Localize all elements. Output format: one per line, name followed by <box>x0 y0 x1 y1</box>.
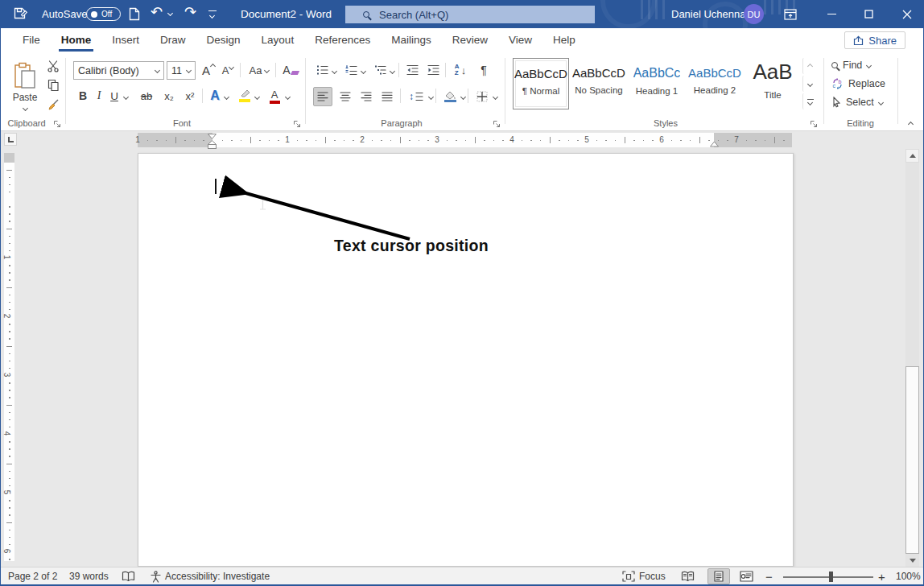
scrollbar-up-button[interactable] <box>905 149 919 163</box>
collapse-ribbon-icon[interactable] <box>908 122 914 127</box>
zoom-slider-track[interactable] <box>783 576 873 578</box>
shrink-font-button[interactable]: A <box>219 61 237 79</box>
numbering-dropdown-icon[interactable] <box>361 68 366 74</box>
styles-gallery-more-button[interactable] <box>802 93 817 109</box>
read-mode-button[interactable] <box>681 567 695 585</box>
align-left-button[interactable] <box>313 87 332 106</box>
underline-button[interactable]: U <box>107 87 122 105</box>
sort-button[interactable]: A Z ↓ <box>450 61 471 79</box>
word-count[interactable]: 39 words <box>69 567 109 585</box>
multilevel-dropdown-icon[interactable] <box>390 68 395 74</box>
shading-button[interactable] <box>440 87 460 106</box>
minimize-button[interactable] <box>814 0 850 28</box>
strikethrough-button[interactable]: ab <box>136 87 157 105</box>
format-painter-button[interactable] <box>44 97 62 113</box>
font-color-button[interactable]: A <box>266 87 283 105</box>
show-hide-pilcrow-button[interactable]: ¶ <box>476 61 492 79</box>
increase-indent-button[interactable] <box>424 61 442 79</box>
save-icon[interactable] <box>13 6 27 21</box>
avatar[interactable]: DU <box>744 4 764 24</box>
subscript-button[interactable]: x₂ <box>160 87 178 105</box>
borders-button[interactable] <box>472 87 492 106</box>
clear-formatting-button[interactable]: A <box>280 61 301 79</box>
tab-review[interactable]: Review <box>442 28 498 52</box>
more-commands-chevron-icon[interactable] <box>209 13 215 19</box>
font-dialog-launcher[interactable] <box>292 119 302 129</box>
redo-icon[interactable]: ↷ <box>184 3 196 21</box>
align-center-button[interactable] <box>336 87 355 106</box>
justify-button[interactable] <box>377 87 397 106</box>
document-page[interactable]: Text cursor position <box>138 153 794 567</box>
grow-font-button[interactable]: A <box>200 61 217 79</box>
new-document-icon[interactable] <box>129 7 140 21</box>
multilevel-list-button[interactable] <box>371 61 389 79</box>
accessibility-button[interactable]: Accessibility: Investigate <box>151 567 270 585</box>
vertical-scrollbar-thumb[interactable] <box>905 366 919 554</box>
maximize-button[interactable] <box>851 0 887 28</box>
zoom-level[interactable]: 100% <box>896 567 921 585</box>
tab-draw[interactable]: Draw <box>150 28 196 52</box>
style-card-heading2[interactable]: AaBbCcD Heading 2 <box>687 58 743 109</box>
proofing-status-button[interactable] <box>122 567 135 585</box>
right-indent-marker[interactable] <box>709 141 720 147</box>
tab-insert[interactable]: Insert <box>101 28 150 52</box>
tab-file[interactable]: File <box>12 28 51 52</box>
web-layout-button[interactable] <box>740 567 753 585</box>
style-card-heading1[interactable]: AaBbCc Heading 1 <box>629 58 685 109</box>
focus-button[interactable]: Focus <box>622 567 666 585</box>
highlight-button[interactable] <box>236 87 254 105</box>
align-right-button[interactable] <box>357 87 376 106</box>
undo-icon[interactable]: ↶ <box>151 3 163 21</box>
underline-dropdown-icon[interactable] <box>123 94 129 100</box>
select-button[interactable]: Select <box>831 95 883 109</box>
search-input[interactable]: Search (Alt+Q) <box>345 6 595 23</box>
find-button[interactable]: Find <box>831 58 871 72</box>
tab-home[interactable]: Home <box>51 28 102 52</box>
tab-help[interactable]: Help <box>542 28 586 52</box>
paragraph-dialog-launcher[interactable] <box>492 119 501 129</box>
print-layout-button[interactable] <box>707 568 730 584</box>
undo-dropdown-icon[interactable] <box>167 10 173 16</box>
styles-scroll-down-button[interactable] <box>802 76 817 92</box>
style-card-no-spacing[interactable]: AaBbCcDc No Spacing <box>571 58 627 109</box>
vertical-ruler[interactable]: 123456 <box>3 153 15 563</box>
replace-button[interactable]: b c Replace <box>831 76 885 91</box>
clipboard-dialog-launcher[interactable] <box>52 119 62 129</box>
font-size-combo[interactable]: 11 <box>167 61 196 80</box>
tab-layout[interactable]: Layout <box>251 28 305 52</box>
styles-dialog-launcher[interactable] <box>809 119 819 129</box>
copy-button[interactable] <box>44 77 62 93</box>
scrollbar-down-button[interactable] <box>905 554 919 567</box>
italic-button[interactable]: I <box>93 87 105 105</box>
line-spacing-button[interactable]: ↕ <box>405 87 427 106</box>
more-commands-icon[interactable] <box>208 10 217 11</box>
close-button[interactable] <box>889 0 924 28</box>
share-button[interactable]: Share <box>844 31 905 49</box>
style-card-title[interactable]: AaB Title <box>745 58 801 109</box>
tab-view[interactable]: View <box>498 28 542 52</box>
numbering-button[interactable] <box>342 61 360 79</box>
tab-design[interactable]: Design <box>196 28 251 52</box>
cut-button[interactable] <box>44 58 62 74</box>
indent-markers[interactable] <box>207 133 217 151</box>
highlight-dropdown-icon[interactable] <box>254 94 260 100</box>
zoom-slider-thumb[interactable] <box>829 572 833 582</box>
borders-dropdown-icon[interactable] <box>493 94 498 100</box>
bullets-button[interactable] <box>313 61 331 79</box>
change-case-button[interactable]: Aa <box>245 61 274 79</box>
ribbon-display-options-button[interactable] <box>772 0 808 28</box>
page-indicator[interactable]: Page 2 of 2 <box>8 567 57 585</box>
bold-button[interactable]: B <box>75 87 91 105</box>
horizontal-ruler[interactable]: 11234567 <box>1 133 923 147</box>
bullets-dropdown-icon[interactable] <box>332 68 337 74</box>
tab-mailings[interactable]: Mailings <box>381 28 442 52</box>
text-effects-dropdown-icon[interactable] <box>224 94 229 100</box>
tab-references[interactable]: References <box>304 28 381 52</box>
zoom-in-button[interactable]: + <box>878 567 885 585</box>
superscript-button[interactable]: x² <box>181 87 199 105</box>
zoom-out-button[interactable]: − <box>765 567 773 585</box>
styles-scroll-up-button[interactable] <box>802 58 817 74</box>
style-card-normal[interactable]: AaBbCcDc ¶ Normal <box>513 58 569 109</box>
line-spacing-dropdown-icon[interactable] <box>428 94 434 100</box>
text-effects-button[interactable]: A <box>207 87 223 105</box>
